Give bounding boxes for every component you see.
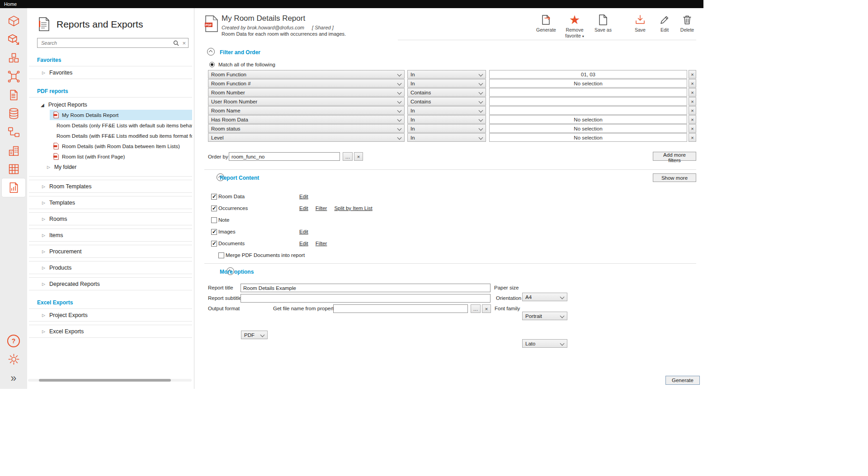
generate-button[interactable]: Generate: [665, 376, 700, 385]
report-list-item[interactable]: Room Details (only FF&E Lists with defau…: [50, 120, 192, 131]
filter-operator-select[interactable]: Contains: [407, 97, 486, 106]
tree-node-project-reports[interactable]: ◢ Project Reports: [29, 100, 192, 110]
report-subtitle-input[interactable]: [241, 294, 491, 303]
remove-favorite-button[interactable]: ★ Remove favorite ▾: [562, 14, 587, 38]
report-list-item[interactable]: Room Details (with Room Data between Ite…: [50, 141, 192, 151]
edit-link[interactable]: Edit: [299, 205, 308, 211]
chevron-collapsed-icon[interactable]: ▷: [42, 313, 45, 317]
chevron-collapsed-icon[interactable]: ▷: [42, 266, 45, 270]
filter-value-field[interactable]: [489, 97, 687, 106]
images-checkbox[interactable]: [211, 229, 217, 235]
clear-order-by-button[interactable]: ×: [354, 152, 363, 161]
sidebar-item-project-exports[interactable]: ▷ Project Exports: [29, 308, 192, 322]
chevron-collapsed-icon[interactable]: ▷: [42, 249, 45, 254]
font-family-select[interactable]: Lato: [522, 339, 567, 348]
order-by-input[interactable]: [229, 152, 340, 161]
filter-field-select[interactable]: Room Name: [208, 106, 405, 115]
edit-button[interactable]: Edit: [656, 14, 673, 33]
room-data-checkbox[interactable]: [211, 194, 217, 200]
edit-link[interactable]: Edit: [299, 241, 308, 246]
iconbar-item-items[interactable]: [2, 49, 25, 67]
iconbar-item-settings[interactable]: [2, 350, 25, 369]
filter-value-field[interactable]: No selection: [489, 115, 687, 124]
remove-filter-button[interactable]: ×: [689, 115, 696, 124]
remove-filter-button[interactable]: ×: [689, 133, 696, 142]
filter-operator-select[interactable]: In: [407, 115, 486, 124]
save-as-button[interactable]: Save as: [592, 14, 614, 33]
tree-node-my-folder[interactable]: ▷ My folder: [47, 162, 192, 172]
chevron-collapsed-icon[interactable]: ▷: [42, 184, 45, 189]
content-section-title[interactable]: Report Content: [220, 175, 259, 181]
match-all-radio[interactable]: [209, 62, 215, 67]
remove-filter-button[interactable]: ×: [689, 79, 696, 88]
iconbar-item-classification[interactable]: [2, 160, 25, 178]
paper-size-select[interactable]: A4: [522, 293, 567, 301]
search-icon[interactable]: [173, 40, 179, 46]
add-more-filters-button[interactable]: Add more filters: [653, 152, 696, 161]
report-list-item[interactable]: My Room Details Report: [50, 110, 192, 120]
order-by-browse-button[interactable]: …: [343, 152, 353, 161]
filter-field-select[interactable]: Level: [208, 133, 405, 142]
iconbar-item-data[interactable]: [2, 104, 25, 123]
sidebar-item-rooms[interactable]: ▷ Rooms: [29, 212, 192, 225]
remove-filter-button[interactable]: ×: [689, 70, 696, 79]
clear-search-icon[interactable]: ×: [182, 40, 186, 47]
iconbar-item-logistics[interactable]: [2, 123, 25, 141]
clear-file-name-button[interactable]: ×: [482, 304, 491, 313]
filter-link[interactable]: Filter: [316, 205, 327, 211]
iconbar-item-expand[interactable]: »: [2, 369, 25, 387]
sidebar-item-products[interactable]: ▷ Products: [29, 261, 192, 274]
show-more-button[interactable]: Show more: [653, 173, 696, 182]
remove-filter-button[interactable]: ×: [689, 97, 696, 106]
filter-operator-select[interactable]: Contains: [407, 88, 486, 97]
filter-operator-select[interactable]: In: [407, 106, 486, 115]
documents-checkbox[interactable]: [211, 241, 217, 247]
chevron-collapsed-icon[interactable]: ▷: [42, 282, 45, 286]
file-name-browse-button[interactable]: …: [471, 304, 481, 313]
file-name-property-input[interactable]: [333, 304, 468, 313]
filter-field-select[interactable]: Room Function #: [208, 79, 405, 88]
report-list-item[interactable]: Room Details (with FF&E Lists modified s…: [50, 131, 192, 141]
output-format-select[interactable]: PDF: [241, 331, 268, 339]
sidebar-item-excel-exports[interactable]: ▷ Excel Exports: [29, 325, 192, 338]
filter-value-field[interactable]: No selection: [489, 79, 687, 88]
iconbar-item-room-templates[interactable]: [2, 30, 25, 49]
filter-section-title[interactable]: Filter and Order: [220, 49, 260, 56]
generate-report-button[interactable]: Generate: [535, 14, 557, 33]
save-button[interactable]: Save: [629, 14, 651, 33]
remove-filter-button[interactable]: ×: [689, 88, 696, 97]
filter-field-select[interactable]: Room Number: [208, 88, 405, 97]
filter-field-select[interactable]: Room status: [208, 124, 405, 133]
chevron-collapsed-icon[interactable]: ▷: [47, 165, 50, 169]
filter-field-select[interactable]: Has Room Data: [208, 115, 405, 124]
remove-filter-button[interactable]: ×: [689, 106, 696, 115]
filter-value-field[interactable]: [489, 106, 687, 115]
options-section-title[interactable]: More options: [220, 269, 254, 275]
chevron-collapsed-icon[interactable]: ▷: [42, 70, 45, 75]
sidebar-item-room-templates[interactable]: ▷ Room Templates: [29, 180, 192, 193]
sidebar-item-items[interactable]: ▷ Items: [29, 229, 192, 242]
horizontal-scrollbar[interactable]: [28, 379, 192, 382]
occurrences-checkbox[interactable]: [211, 205, 217, 211]
iconbar-item-help[interactable]: ?: [2, 331, 25, 350]
chevron-collapsed-icon[interactable]: ▷: [42, 329, 45, 334]
iconbar-item-rooms[interactable]: [2, 12, 25, 30]
sidebar-item-favorites[interactable]: ▷ Favorites: [29, 66, 192, 79]
filter-field-select[interactable]: User Room Number: [208, 97, 405, 106]
chevron-collapsed-icon[interactable]: ▷: [42, 233, 45, 238]
scrollbar-thumb[interactable]: [39, 379, 171, 382]
filter-value-field[interactable]: No selection: [489, 133, 687, 142]
filter-field-select[interactable]: Room Function: [208, 70, 405, 79]
edit-link[interactable]: Edit: [299, 229, 308, 234]
filter-operator-select[interactable]: In: [407, 124, 486, 133]
iconbar-item-products[interactable]: [2, 67, 25, 86]
sidebar-item-templates[interactable]: ▷ Templates: [29, 196, 192, 209]
split-by-item-list-link[interactable]: Split by Item List: [334, 205, 372, 211]
chevron-expanded-icon[interactable]: ◢: [41, 103, 44, 107]
filter-value-field[interactable]: [489, 88, 687, 97]
filter-operator-select[interactable]: In: [407, 79, 486, 88]
report-title-input[interactable]: [241, 284, 491, 292]
iconbar-item-documents[interactable]: [2, 86, 25, 104]
chevron-collapsed-icon[interactable]: ▷: [42, 201, 45, 205]
remove-filter-button[interactable]: ×: [689, 124, 696, 133]
